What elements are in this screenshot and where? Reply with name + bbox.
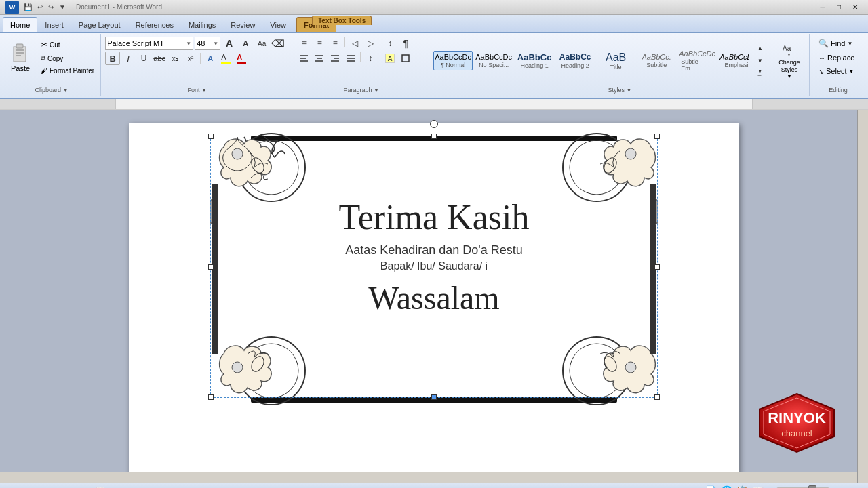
font-color-button[interactable]: A bbox=[234, 52, 249, 65]
style-title[interactable]: AaB Title bbox=[596, 49, 635, 73]
view-print-icon[interactable]: 📋 bbox=[736, 485, 748, 489]
maximize-button[interactable]: □ bbox=[831, 1, 846, 14]
clipboard-group-label[interactable]: Clipboard ▼ bbox=[5, 85, 98, 95]
style-no-spacing[interactable]: AaBbCcDc No Spaci... bbox=[474, 51, 513, 70]
border-button[interactable] bbox=[398, 52, 413, 65]
style-heading2[interactable]: AaBbCc Heading 2 bbox=[555, 50, 595, 70]
strikethrough-button[interactable]: abc bbox=[152, 52, 167, 65]
tab-references[interactable]: References bbox=[128, 17, 181, 32]
style-heading1[interactable]: AaBbCc Heading 1 bbox=[515, 50, 554, 72]
horizontal-scrollbar[interactable] bbox=[0, 472, 857, 483]
multilevel-list-button[interactable]: ≡ bbox=[328, 37, 342, 50]
style-heading2-label: Heading 2 bbox=[561, 62, 589, 69]
handle-rotate[interactable] bbox=[430, 120, 438, 128]
clear-formatting-button[interactable]: ⌫ bbox=[271, 37, 285, 50]
superscript-button[interactable]: x² bbox=[183, 52, 198, 65]
numbered-list-button[interactable]: ≡ bbox=[312, 37, 327, 50]
increase-indent-button[interactable]: ▷ bbox=[363, 37, 378, 50]
page: Terima Kasih Aatas Kehadiran dan Do'a Re… bbox=[129, 123, 739, 476]
zoom-out-button[interactable]: ─ bbox=[768, 486, 774, 489]
increase-font-size-button[interactable]: A bbox=[222, 37, 237, 50]
copy-button[interactable]: ⧉ Copy bbox=[37, 52, 98, 64]
tab-page-layout[interactable]: Page Layout bbox=[71, 17, 128, 32]
shading-icon: A bbox=[385, 54, 395, 63]
tab-insert[interactable]: Insert bbox=[37, 17, 71, 32]
subscript-button[interactable]: x₂ bbox=[167, 52, 182, 65]
redo-icon[interactable]: ↪ bbox=[46, 3, 56, 12]
zoom-control: ─ + 123% bbox=[768, 486, 863, 489]
copy-label: Copy bbox=[47, 55, 63, 62]
save-icon[interactable]: 💾 bbox=[22, 3, 34, 12]
change-styles-button[interactable]: Aa ▼ ChangeStyles ▼ bbox=[772, 39, 806, 82]
undo-icon[interactable]: ↩ bbox=[35, 3, 45, 12]
clipboard-content: Paste ✂ Cut ⧉ Copy 🖌 Format Painter bbox=[5, 35, 98, 85]
tab-mailings[interactable]: Mailings bbox=[181, 17, 223, 32]
svg-text:RINYOK: RINYOK bbox=[768, 409, 826, 426]
underline-button[interactable]: U bbox=[136, 52, 151, 65]
zoom-thumb[interactable] bbox=[808, 485, 816, 489]
decrease-font-size-button[interactable]: A bbox=[238, 37, 253, 50]
line-spacing-button[interactable]: ↕ bbox=[363, 52, 378, 65]
tab-view[interactable]: View bbox=[262, 17, 294, 32]
find-button[interactable]: 🔍 Find ▼ bbox=[814, 37, 857, 50]
tab-home[interactable]: Home bbox=[3, 17, 37, 32]
select-button[interactable]: ↘ Select ▼ bbox=[814, 65, 859, 77]
align-left-button[interactable] bbox=[296, 52, 311, 65]
view-reading-icon[interactable]: 📖 bbox=[752, 485, 764, 489]
vertical-scrollbar[interactable] bbox=[857, 110, 868, 483]
decrease-indent-button[interactable]: ◁ bbox=[347, 37, 362, 50]
font-name-select[interactable]: Palace Script MT ▼ bbox=[105, 37, 193, 50]
card-closing: Wassalam bbox=[142, 279, 726, 317]
bullet-list-button[interactable]: ≡ bbox=[296, 37, 311, 50]
highlight-button[interactable]: A bbox=[218, 52, 233, 65]
style-subtle-emphasis[interactable]: AaBbCcDc Subtle Em... bbox=[677, 47, 717, 74]
para-row-1: ≡ ≡ ≡ ◁ ▷ ↕ ¶ bbox=[296, 37, 426, 50]
quick-access-toolbar: 💾 ↩ ↪ ▼ bbox=[22, 3, 68, 12]
styles-scroll-up-button[interactable]: ▲ bbox=[753, 43, 768, 55]
replace-button[interactable]: ↔ Replace bbox=[814, 52, 859, 64]
styles-group-label[interactable]: Styles ▼ bbox=[433, 85, 806, 95]
style-heading1-label: Heading 1 bbox=[521, 62, 549, 69]
svg-text:▼: ▼ bbox=[787, 52, 791, 57]
text-effects-button[interactable]: A bbox=[203, 52, 218, 65]
view-normal-icon[interactable]: 📄 bbox=[705, 485, 717, 489]
shading-button[interactable]: A bbox=[382, 52, 397, 65]
separator bbox=[360, 52, 361, 62]
bold-button[interactable]: B bbox=[105, 52, 120, 65]
zoom-in-button[interactable]: + bbox=[832, 486, 837, 489]
paste-button[interactable]: Paste bbox=[5, 37, 35, 77]
format-painter-button[interactable]: 🖌 Format Painter bbox=[37, 65, 98, 77]
customize-icon[interactable]: ▼ bbox=[57, 3, 68, 12]
justify-button[interactable] bbox=[343, 52, 358, 65]
italic-button[interactable]: I bbox=[121, 52, 136, 65]
font-group-label[interactable]: Font ▼ bbox=[105, 85, 289, 95]
rinyok-logo: RINYOK channel bbox=[753, 392, 841, 455]
cut-button[interactable]: ✂ Cut bbox=[37, 38, 98, 52]
paragraph-content: ≡ ≡ ≡ ◁ ▷ ↕ ¶ bbox=[296, 35, 426, 85]
styles-more-button[interactable]: ▼─ bbox=[753, 67, 768, 79]
view-web-icon[interactable]: 🌐 bbox=[721, 485, 732, 489]
style-emphasis[interactable]: AaBbCcDc Emphasis bbox=[718, 51, 749, 70]
font-name-value: Palace Script MT bbox=[107, 39, 164, 47]
card-title: Terima Kasih bbox=[142, 198, 726, 237]
paragraph-group-label[interactable]: Paragraph ▼ bbox=[296, 85, 426, 95]
styles-scroll-down-button[interactable]: ▼ bbox=[753, 55, 768, 67]
font-size-select[interactable]: 48 ▼ bbox=[195, 37, 220, 50]
styles-content: AaBbCcDc ¶ Normal AaBbCcDc No Spaci... A… bbox=[433, 35, 806, 85]
minimize-button[interactable]: ─ bbox=[815, 1, 830, 14]
svg-rect-2 bbox=[16, 49, 24, 51]
tab-review[interactable]: Review bbox=[223, 17, 262, 32]
show-hide-button[interactable]: ¶ bbox=[398, 37, 413, 50]
close-button[interactable]: ✕ bbox=[848, 1, 863, 14]
styles-gallery: AaBbCcDc ¶ Normal AaBbCcDc No Spaci... A… bbox=[433, 47, 749, 74]
style-normal[interactable]: AaBbCcDc ¶ Normal bbox=[433, 51, 473, 70]
change-case-button[interactable]: Aa bbox=[254, 37, 269, 50]
align-center-button[interactable] bbox=[312, 52, 327, 65]
change-styles-icon: Aa ▼ bbox=[781, 43, 797, 59]
align-right-button[interactable] bbox=[328, 52, 342, 65]
separator bbox=[200, 53, 201, 64]
style-subtle-emphasis-preview: AaBbCcDc bbox=[679, 49, 715, 58]
find-dropdown-arrow: ▼ bbox=[847, 41, 852, 47]
sort-button[interactable]: ↕ bbox=[382, 37, 397, 50]
style-subtitle[interactable]: AaBbCc. Subtitle bbox=[637, 51, 676, 70]
